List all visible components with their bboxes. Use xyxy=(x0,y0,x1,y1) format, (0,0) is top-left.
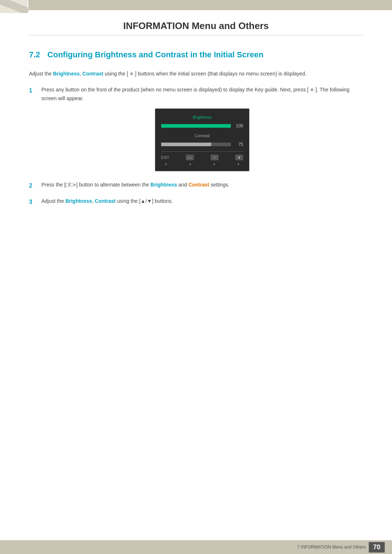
step-1-content: Press any button on the front of the pro… xyxy=(41,86,363,174)
intro-brightness: Brightness xyxy=(53,71,79,77)
ui-contrast-bar-row: 75 xyxy=(161,141,243,148)
list-item-2: 2 Press the [□/□+] button to alternate b… xyxy=(29,181,363,190)
ui-brightness-label: Brightness xyxy=(161,114,243,121)
intro-paragraph: Adjust the Brightness, Contrast using th… xyxy=(29,70,363,78)
ui-brightness-fill xyxy=(161,124,231,128)
diagonal-decoration xyxy=(0,0,28,13)
ui-down-arrow: ▼ xyxy=(234,162,242,167)
step-1-text: Press any button on the front of the pro… xyxy=(41,87,350,101)
step-2-text: Press the [□/□+] button to alternate bet… xyxy=(41,182,229,188)
ui-btn-arrow-down: ▼ xyxy=(235,155,243,160)
ui-contrast-fill xyxy=(161,143,211,146)
main-content: 7.2 Configuring Brightness and Contrast … xyxy=(0,36,392,242)
footer: 7 INFORMATION Menu and Others 70 xyxy=(0,540,392,554)
intro-text-pre: Adjust the xyxy=(29,71,53,77)
ui-exit-label: EXIT xyxy=(161,155,169,161)
ui-exit-arrow: ▼ xyxy=(162,162,170,167)
ui-brightness-bar-row: 100 xyxy=(161,122,243,130)
intro-contrast: Contrast xyxy=(82,71,103,77)
ui-bottom-arrows: ▼ ▼ ▼ ▼ xyxy=(161,162,243,167)
intro-rest: using the [ ✳ ] buttons when the initial… xyxy=(103,71,307,77)
list-item-1: 1 Press any button on the front of the p… xyxy=(29,86,363,174)
step-2-brightness: Brightness xyxy=(151,182,177,188)
ui-brightness-value: 100 xyxy=(234,122,243,130)
ui-minus-arrow: ▼ xyxy=(186,162,194,167)
footer-page-number: 70 xyxy=(369,542,385,553)
ui-contrast-label: Contrast xyxy=(161,132,243,139)
step-2-number: 2 xyxy=(29,181,36,190)
ui-contrast-value: 75 xyxy=(234,141,243,148)
ui-btn-plus: + xyxy=(211,155,219,160)
svg-rect-8 xyxy=(28,1,28,9)
intro-comma: , xyxy=(79,71,82,77)
ui-demo-screenshot: Brightness 100 Contrast xyxy=(155,108,249,171)
step-3-contrast: Contrast xyxy=(95,198,116,204)
section-title: Configuring Brightness and Contrast in t… xyxy=(48,50,264,59)
ui-btn-minus: — xyxy=(186,155,194,160)
section-number: 7.2 xyxy=(29,50,40,59)
step-3-brightness: Brightness xyxy=(65,198,92,204)
step-1-number: 1 xyxy=(29,86,36,95)
footer-text: 7 INFORMATION Menu and Others xyxy=(297,545,366,550)
step-3-content: Adjust the Brightness, Contrast using th… xyxy=(41,197,363,206)
numbered-list: 1 Press any button on the front of the p… xyxy=(29,86,363,207)
step-2-contrast: Contrast xyxy=(188,182,209,188)
ui-plus-arrow: ▼ xyxy=(210,162,218,167)
list-item-3: 3 Adjust the Brightness, Contrast using … xyxy=(29,197,363,207)
ui-contrast-track xyxy=(161,143,231,146)
ui-divider xyxy=(161,151,243,152)
page-title-area: INFORMATION Menu and Others xyxy=(29,10,363,36)
ui-bottom-row: EXIT — + ▼ xyxy=(161,154,243,161)
step-3-number: 3 xyxy=(29,197,36,207)
section-heading: 7.2 Configuring Brightness and Contrast … xyxy=(29,50,363,59)
step-2-content: Press the [□/□+] button to alternate bet… xyxy=(41,181,363,189)
ui-brightness-track xyxy=(161,124,231,128)
page-title: INFORMATION Menu and Others xyxy=(58,20,334,32)
step-3-text: Adjust the Brightness, Contrast using th… xyxy=(41,198,173,204)
header-stripe xyxy=(0,0,392,10)
